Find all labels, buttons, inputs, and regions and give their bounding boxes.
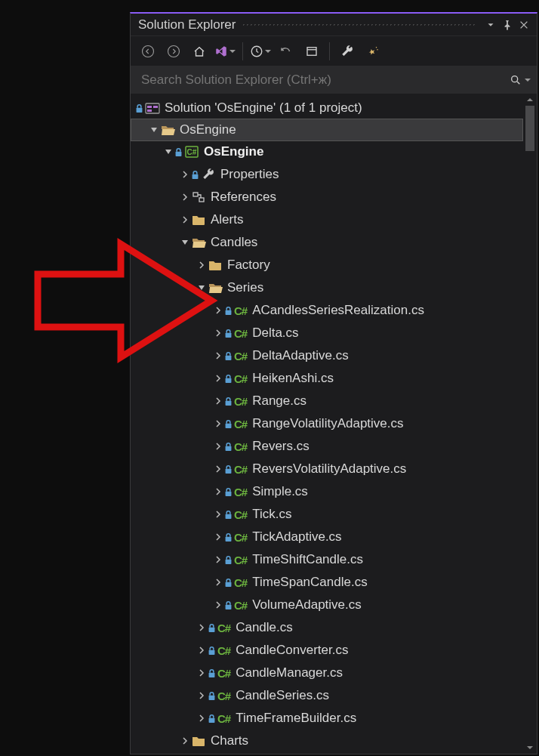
vertical-scrollbar[interactable] bbox=[523, 94, 537, 754]
file-node[interactable]: C# Simple.cs bbox=[131, 480, 523, 503]
expand-icon[interactable] bbox=[212, 531, 224, 543]
search-input[interactable] bbox=[140, 72, 510, 88]
expand-icon[interactable] bbox=[179, 191, 191, 203]
expand-icon[interactable] bbox=[212, 418, 224, 430]
file-node[interactable]: C# Delta.cs bbox=[131, 322, 523, 344]
node-label: OsEngine bbox=[180, 122, 236, 137]
expand-icon[interactable] bbox=[179, 735, 191, 747]
expand-icon[interactable] bbox=[148, 124, 160, 136]
csharp-file-icon: C# bbox=[217, 644, 230, 657]
file-node[interactable]: C# RangeVolatilityAdaptive.cs bbox=[131, 412, 523, 435]
solution-explorer-panel: Solution Explorer Solution 'OsEngine' (1… bbox=[130, 12, 537, 754]
lock-icon bbox=[174, 147, 183, 157]
sync-button[interactable] bbox=[275, 40, 297, 63]
node-label: Charts bbox=[211, 733, 248, 748]
file-node[interactable]: C# TimeSpanCandle.cs bbox=[131, 571, 523, 594]
folder-candles[interactable]: Candles bbox=[131, 231, 523, 254]
folder-charts[interactable]: Charts bbox=[131, 730, 523, 752]
pin-button[interactable] bbox=[499, 17, 516, 33]
search-icon[interactable] bbox=[510, 69, 531, 91]
scroll-up-button[interactable] bbox=[523, 94, 537, 106]
file-node[interactable]: C# CandleManager.cs bbox=[131, 662, 523, 684]
lock-icon bbox=[224, 532, 233, 542]
scroll-down-button[interactable] bbox=[523, 742, 537, 754]
expand-icon[interactable] bbox=[179, 214, 191, 226]
preview-button[interactable] bbox=[362, 40, 384, 63]
lock-icon bbox=[191, 170, 199, 180]
expand-icon[interactable] bbox=[162, 146, 174, 158]
switch-views-button[interactable] bbox=[214, 40, 236, 63]
close-button[interactable] bbox=[516, 17, 532, 33]
lock-icon bbox=[135, 103, 143, 113]
file-label: TimeSpanCandle.cs bbox=[252, 575, 367, 590]
show-all-files-button[interactable] bbox=[300, 40, 323, 63]
lock-icon bbox=[224, 555, 233, 565]
expand-icon[interactable] bbox=[196, 259, 208, 271]
pending-changes-filter-button[interactable] bbox=[249, 40, 272, 63]
scroll-thumb[interactable] bbox=[525, 106, 534, 151]
lock-icon bbox=[224, 600, 233, 610]
csharp-file-icon: C# bbox=[234, 440, 247, 453]
expand-icon[interactable] bbox=[212, 554, 224, 566]
file-node[interactable]: C# HeikenAshi.cs bbox=[131, 367, 523, 390]
expand-icon[interactable] bbox=[196, 282, 208, 294]
expand-icon[interactable] bbox=[212, 395, 224, 407]
project-folder-node[interactable]: OsEngine bbox=[131, 119, 523, 141]
expand-icon[interactable] bbox=[196, 622, 208, 634]
references-node[interactable]: References bbox=[131, 186, 523, 208]
wrench-icon bbox=[201, 168, 216, 181]
file-node[interactable]: C# VolumeAdaptive.cs bbox=[131, 594, 523, 616]
forward-button[interactable] bbox=[162, 40, 185, 63]
expand-icon[interactable] bbox=[212, 486, 224, 498]
file-node[interactable]: C# CandleConverter.cs bbox=[131, 639, 523, 662]
file-label: Range.cs bbox=[252, 393, 306, 409]
properties-button[interactable] bbox=[336, 40, 359, 63]
expand-icon[interactable] bbox=[196, 667, 208, 679]
folder-series[interactable]: Series bbox=[131, 276, 523, 299]
lock-icon bbox=[224, 419, 233, 429]
scroll-track[interactable] bbox=[523, 106, 537, 742]
folder-open-icon bbox=[160, 123, 175, 137]
expand-icon[interactable] bbox=[196, 712, 208, 724]
grip-strip[interactable] bbox=[242, 23, 476, 27]
expand-icon[interactable] bbox=[212, 508, 224, 520]
file-node[interactable]: C# TimeShiftCandle.cs bbox=[131, 548, 523, 571]
file-node[interactable]: C# ReversVolatilityAdaptive.cs bbox=[131, 458, 523, 480]
file-node[interactable]: C# Range.cs bbox=[131, 390, 523, 412]
file-node[interactable]: C# TimeFrameBuilder.cs bbox=[131, 707, 523, 730]
expand-icon[interactable] bbox=[212, 372, 224, 384]
file-node[interactable]: C# Revers.cs bbox=[131, 435, 523, 458]
expand-icon[interactable] bbox=[212, 463, 224, 475]
solution-icon bbox=[145, 101, 160, 115]
tree-view[interactable]: Solution 'OsEngine' (1 of 1 project) OsE… bbox=[131, 94, 523, 754]
home-button[interactable] bbox=[188, 40, 211, 63]
file-node[interactable]: C# Tick.cs bbox=[131, 503, 523, 526]
file-node[interactable]: C# DeltaAdaptive.cs bbox=[131, 344, 523, 367]
expand-icon[interactable] bbox=[212, 576, 224, 588]
file-node[interactable]: C# Candle.cs bbox=[131, 616, 523, 639]
file-node[interactable]: C# CandleSeries.cs bbox=[131, 684, 523, 707]
expand-icon[interactable] bbox=[212, 327, 224, 339]
lock-icon bbox=[224, 510, 233, 520]
window-position-dropdown[interactable] bbox=[482, 17, 499, 33]
csharp-file-icon: C# bbox=[234, 599, 247, 612]
expand-icon[interactable] bbox=[196, 690, 208, 702]
expand-icon[interactable] bbox=[212, 350, 224, 362]
csharp-file-icon: C# bbox=[217, 712, 230, 725]
expand-icon[interactable] bbox=[212, 440, 224, 452]
folder-factory[interactable]: Factory bbox=[131, 254, 523, 276]
csharp-project-icon bbox=[184, 145, 199, 159]
back-button[interactable] bbox=[137, 40, 159, 63]
file-label: TimeFrameBuilder.cs bbox=[236, 711, 356, 726]
properties-node[interactable]: Properties bbox=[131, 163, 523, 186]
expand-icon[interactable] bbox=[196, 644, 208, 656]
file-node[interactable]: C# TickAdaptive.cs bbox=[131, 526, 523, 548]
expand-icon[interactable] bbox=[212, 304, 224, 316]
expand-icon[interactable] bbox=[179, 236, 191, 248]
expand-icon[interactable] bbox=[179, 168, 191, 181]
expand-icon[interactable] bbox=[212, 599, 224, 611]
project-node[interactable]: OsEngine bbox=[131, 140, 523, 163]
folder-alerts[interactable]: Alerts bbox=[131, 208, 523, 231]
file-node[interactable]: C# ACandlesSeriesRealization.cs bbox=[131, 299, 523, 322]
solution-node[interactable]: Solution 'OsEngine' (1 of 1 project) bbox=[131, 97, 523, 119]
